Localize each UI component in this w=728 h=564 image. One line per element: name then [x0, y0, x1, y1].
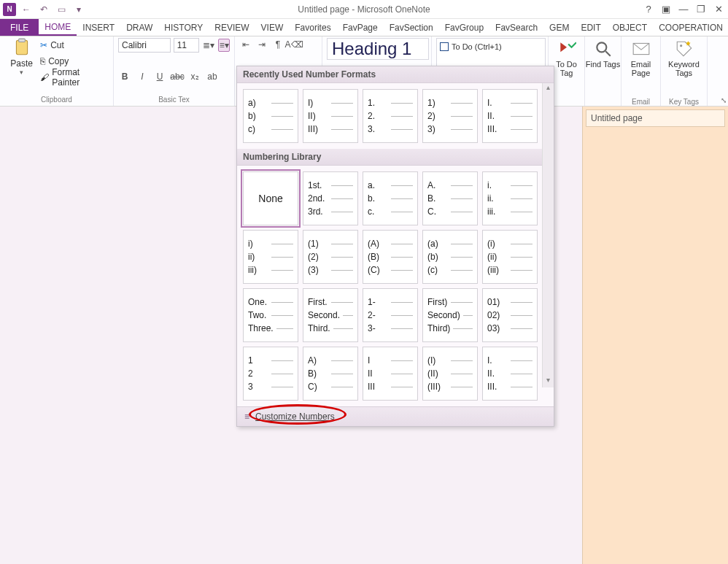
close-button[interactable]: ✕: [712, 4, 725, 15]
numbering-option[interactable]: a)b)c): [243, 89, 298, 143]
font-size-combo[interactable]: 11: [174, 38, 200, 53]
numbering-option[interactable]: (a)(b)(c): [422, 230, 478, 284]
tab-home[interactable]: HOME: [39, 19, 77, 36]
dropdown-footer: ≡ Customize Numbers: [237, 406, 554, 426]
page-tabs-panel: Untitled page: [582, 107, 728, 564]
customize-numbers-link[interactable]: Customize Numbers: [255, 412, 335, 422]
numbering-option[interactable]: I.II.III.: [482, 347, 538, 401]
tab-favpage[interactable]: FavPage: [337, 19, 384, 36]
tab-review[interactable]: REVIEW: [209, 19, 255, 36]
numbering-option[interactable]: i.ii.iii.: [482, 171, 538, 225]
numbering-option[interactable]: First.Second.Third.: [303, 288, 358, 342]
help-button[interactable]: ?: [642, 4, 655, 15]
tab-cooperation[interactable]: COOPERATION: [653, 19, 728, 36]
tag-star-icon: [675, 39, 694, 58]
numbering-option[interactable]: (1)(2)(3): [303, 230, 358, 284]
dropdown-scrollbar[interactable]: ▴▾: [542, 83, 554, 387]
numbering-option[interactable]: 1-2-3-: [363, 288, 418, 342]
subscript-button[interactable]: x₂: [188, 70, 201, 83]
numbering-option[interactable]: 1st.2nd.3rd.: [303, 171, 358, 225]
numbering-button[interactable]: ≡▾: [218, 39, 230, 52]
tab-draw[interactable]: DRAW: [120, 19, 158, 36]
paste-button[interactable]: Paste ▾: [4, 38, 39, 76]
tab-object[interactable]: OBJECT: [607, 19, 653, 36]
numbering-option[interactable]: A.B.C.: [422, 171, 478, 225]
indent-button[interactable]: ⇥: [255, 38, 268, 51]
restore-button[interactable]: ❐: [694, 4, 708, 15]
numbering-option[interactable]: 123: [243, 347, 298, 401]
svg-rect-1: [18, 39, 25, 42]
email-page-button[interactable]: Email Page Email: [621, 36, 661, 106]
paragraph-button[interactable]: ¶: [271, 38, 284, 51]
tab-gem[interactable]: GEM: [543, 19, 575, 36]
strike-button[interactable]: abc: [171, 70, 184, 83]
numbering-option-none[interactable]: None: [243, 171, 298, 225]
copy-button[interactable]: ⎘Copy: [40, 54, 109, 69]
qat-back-button[interactable]: ←: [19, 2, 34, 17]
tab-favsearch[interactable]: FavSearch: [489, 19, 543, 36]
page-tab-untitled[interactable]: Untitled page: [586, 109, 725, 127]
highlight-button[interactable]: ab: [206, 70, 219, 83]
tab-history[interactable]: HISTORY: [158, 19, 209, 36]
collapse-ribbon-button[interactable]: ⤡: [721, 96, 727, 104]
numbering-option[interactable]: One.Two.Three.: [243, 288, 298, 342]
svg-rect-0: [16, 40, 27, 55]
styles-gallery[interactable]: Heading 1: [327, 38, 429, 60]
find-tags-label: Find Tags: [586, 60, 621, 69]
numbering-option[interactable]: (A)(B)(C): [363, 230, 418, 284]
numbering-option[interactable]: (i)(ii)(iii): [482, 230, 538, 284]
tab-insert[interactable]: INSERT: [77, 19, 120, 36]
tag-todo-label: To Do (Ctrl+1): [452, 42, 502, 51]
font-name-combo[interactable]: Calibri: [118, 38, 171, 53]
bullets-button[interactable]: ≣▾: [202, 39, 215, 52]
tab-favorites[interactable]: Favorites: [289, 19, 336, 36]
numbering-option[interactable]: A)B)C): [303, 347, 358, 401]
qat-undo-button[interactable]: ↶: [36, 2, 51, 17]
bold-button[interactable]: B: [118, 70, 131, 83]
tab-favsection[interactable]: FavSection: [384, 19, 439, 36]
find-tags-button[interactable]: Find Tags: [585, 36, 621, 106]
numbering-option[interactable]: i)ii)iii): [243, 230, 298, 284]
back-icon: ←: [22, 4, 31, 15]
copy-label: Copy: [48, 56, 69, 66]
numbering-dropdown: Recently Used Number Formats a)b)c)I)II)…: [236, 66, 554, 427]
qat-customize-button[interactable]: ▾: [71, 2, 86, 17]
email-group-label: Email: [621, 98, 660, 106]
tab-file[interactable]: FILE: [0, 19, 39, 36]
numbering-option[interactable]: 1.2.3.: [363, 89, 418, 143]
chevron-down-icon: ▾: [77, 4, 81, 15]
checkbox-icon: [440, 42, 449, 51]
italic-button[interactable]: I: [136, 70, 149, 83]
numbering-option[interactable]: I.II.III.: [482, 89, 538, 143]
envelope-icon: [632, 39, 651, 58]
underline-button[interactable]: U: [153, 70, 166, 83]
keyword-tags-button[interactable]: Keyword Tags Key Tags: [661, 36, 708, 106]
numbering-option[interactable]: 01)02)03): [482, 288, 538, 342]
flag-check-icon: [557, 39, 576, 58]
tab-favgroup[interactable]: FavGroup: [439, 19, 489, 36]
numbering-option[interactable]: I)II)III): [303, 89, 358, 143]
recent-formats-header: Recently Used Number Formats: [237, 66, 554, 83]
onenote-app-icon: N: [3, 3, 16, 16]
numbering-option[interactable]: First)Second)Third): [422, 288, 478, 342]
numbering-option[interactable]: 1)2)3): [422, 89, 478, 143]
numbering-option[interactable]: (I)(II)(III): [422, 347, 478, 401]
svg-point-5: [680, 45, 682, 47]
font-size-value: 11: [177, 40, 187, 50]
clipboard-group-label: Clipboard: [4, 96, 109, 104]
numbering-option[interactable]: a.b.c.: [363, 171, 418, 225]
format-painter-button[interactable]: 🖌Format Painter: [40, 70, 109, 85]
format-painter-label: Format Painter: [52, 67, 109, 88]
numbering-option[interactable]: IIIIII: [363, 347, 418, 401]
clear-format-button[interactable]: A⌫: [287, 38, 301, 51]
qat-touchmode-button[interactable]: ▭: [54, 2, 69, 17]
email-page-label: Email Page: [621, 60, 660, 77]
svg-line-3: [605, 51, 611, 56]
cut-button[interactable]: ✂Cut: [40, 38, 109, 53]
fullscreen-button[interactable]: ▣: [659, 4, 673, 15]
cut-label: Cut: [50, 40, 64, 50]
outdent-button[interactable]: ⇤: [239, 38, 252, 51]
minimize-button[interactable]: —: [677, 4, 690, 15]
tab-edit[interactable]: EDIT: [575, 19, 606, 36]
tab-view[interactable]: VIEW: [255, 19, 290, 36]
